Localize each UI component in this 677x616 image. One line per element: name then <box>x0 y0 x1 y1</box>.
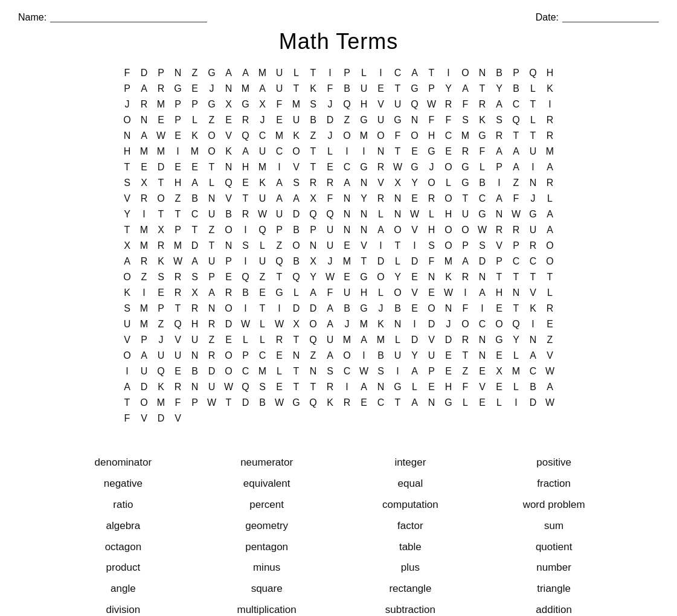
grid-cell: T <box>457 348 474 364</box>
grid-cell: M <box>356 316 373 332</box>
grid-cell: K <box>288 128 305 144</box>
grid-cell: N <box>440 301 457 316</box>
grid-cell: U <box>254 144 271 159</box>
grid-cell: X <box>153 222 170 238</box>
grid-cell: O <box>136 395 153 411</box>
grid-cell: S <box>119 301 136 316</box>
grid-cell: M <box>153 144 170 159</box>
grid-cell: L <box>491 395 508 411</box>
grid-cell: R <box>136 254 153 269</box>
grid-cell: S <box>254 379 271 395</box>
grid-cell: F <box>457 379 474 395</box>
grid-cell: M <box>288 97 305 112</box>
grid-cell: T <box>237 191 254 207</box>
grid-cell: U <box>187 332 204 348</box>
grid-cell: B <box>187 364 204 379</box>
grid-cell: T <box>525 97 542 112</box>
grid-cell: B <box>254 395 271 411</box>
grid-cell: T <box>119 159 136 175</box>
grid-cell: Z <box>457 364 474 379</box>
grid-cell: C <box>271 144 288 159</box>
grid-cell: D <box>406 332 423 348</box>
grid-cell: K <box>153 379 170 395</box>
grid-cell: D <box>153 159 170 175</box>
grid-cell: P <box>491 254 508 269</box>
grid-cell: I <box>525 316 542 332</box>
grid-cell: T <box>204 238 220 254</box>
grid-cell: E <box>220 332 237 348</box>
grid-cell: D <box>288 207 305 222</box>
grid-cell: L <box>254 238 271 254</box>
grid-cell: E <box>339 269 356 285</box>
word-item: neumerator <box>198 454 336 472</box>
grid-cell: N <box>356 175 373 191</box>
header: Name: Date: <box>18 12 659 23</box>
grid-cell: O <box>204 128 220 144</box>
grid-cell: W <box>423 97 440 112</box>
grid-cell: G <box>491 332 508 348</box>
grid-cell: B <box>339 81 356 97</box>
word-item: negative <box>54 475 192 493</box>
grid-cell: Q <box>254 222 271 238</box>
grid-cell: N <box>288 348 305 364</box>
grid-cell: E <box>474 364 491 379</box>
grid-cell: G <box>356 269 373 285</box>
grid-cell: A <box>542 222 559 238</box>
grid-cell: T <box>153 175 170 191</box>
grid-cell: O <box>406 128 423 144</box>
grid-cell: F <box>457 97 474 112</box>
grid-cell: S <box>305 97 322 112</box>
grid-cell: W <box>237 316 254 332</box>
grid-cell: L <box>373 207 390 222</box>
grid-cell: P <box>170 112 187 128</box>
grid-cell: I <box>170 144 187 159</box>
grid-cell: X <box>136 175 153 191</box>
grid-cell: V <box>423 332 440 348</box>
grid-cell: A <box>406 395 423 411</box>
grid-cell: I <box>356 348 373 364</box>
grid-cell: M <box>136 316 153 332</box>
grid-cell: O <box>305 316 322 332</box>
grid-cell: E <box>440 364 457 379</box>
grid-cell: W <box>271 316 288 332</box>
grid-cell: C <box>440 128 457 144</box>
grid-cell: K <box>119 285 136 301</box>
grid-cell: M <box>457 128 474 144</box>
grid-cell: P <box>170 222 187 238</box>
grid-cell: Z <box>305 348 322 364</box>
grid-cell: Z <box>542 332 559 348</box>
grid-cell: A <box>237 144 254 159</box>
grid-cell: T <box>508 269 525 285</box>
grid-cell: U <box>119 316 136 332</box>
grid-cell: F <box>322 81 339 97</box>
grid-cell: B <box>508 81 525 97</box>
word-item: multiplication <box>198 602 336 616</box>
grid-cell: N <box>204 301 220 316</box>
grid-cell: U <box>271 207 288 222</box>
grid-cell: F <box>390 128 406 144</box>
grid-cell: F <box>119 411 136 426</box>
grid-cell: P <box>271 222 288 238</box>
grid-cell: E <box>254 285 271 301</box>
grid-cell: R <box>457 269 474 285</box>
grid-cell: O <box>457 316 474 332</box>
grid-cell: B <box>187 191 204 207</box>
grid-cell: E <box>136 159 153 175</box>
grid-cell: J <box>254 112 271 128</box>
grid-cell: V <box>525 285 542 301</box>
grid-cell: P <box>423 81 440 97</box>
grid-cell: M <box>271 128 288 144</box>
grid-cell: U <box>525 144 542 159</box>
grid-cell: E <box>406 144 423 159</box>
grid-cell: L <box>542 285 559 301</box>
grid-cell: I <box>373 238 390 254</box>
grid-cell: Q <box>508 112 525 128</box>
grid-cell: G <box>390 379 406 395</box>
grid-cell: G <box>390 112 406 128</box>
grid-cell: C <box>508 254 525 269</box>
grid-cell: D <box>406 254 423 269</box>
grid-cell: U <box>373 112 390 128</box>
grid-cell: W <box>322 269 339 285</box>
grid-cell: Q <box>339 97 356 112</box>
grid-cell: O <box>440 238 457 254</box>
